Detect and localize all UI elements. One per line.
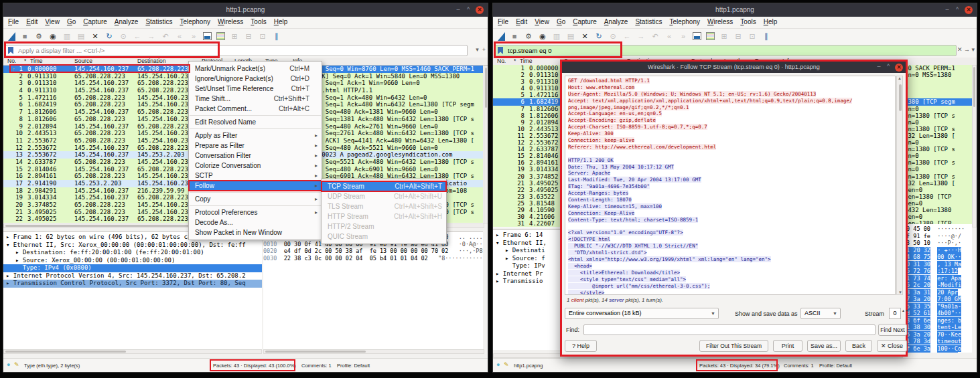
- save-file-icon[interactable]: ▤: [76, 31, 86, 41]
- resize-columns-icon[interactable]: ∥: [272, 31, 281, 41]
- menu-view[interactable]: View: [45, 18, 60, 28]
- stream-spinner-arrows[interactable]: ▲▼: [902, 308, 908, 319]
- close-capture-icon[interactable]: ✕: [580, 31, 589, 41]
- menu-analyze[interactable]: Analyze: [115, 18, 139, 28]
- horizontal-scrollbar[interactable]: [3, 349, 262, 354]
- reload-icon[interactable]: ↻: [104, 31, 114, 41]
- save-file-icon[interactable]: ▤: [566, 31, 575, 41]
- go-forward-icon[interactable]: →: [636, 31, 646, 41]
- context-menu-item-protocol-preferences[interactable]: Protocol Preferences▸: [189, 207, 322, 217]
- expert-info-icon[interactable]: ●: [7, 361, 10, 368]
- colorize-packets-icon[interactable]: [216, 32, 225, 40]
- context-menu-item-follow[interactable]: Follow▸: [189, 181, 322, 191]
- expert-info-icon[interactable]: ●: [496, 361, 500, 368]
- reload-icon[interactable]: ↻: [594, 31, 604, 41]
- menu-statistics[interactable]: Statistics: [635, 18, 662, 28]
- titlebar[interactable]: http1.pcapng–^✕: [3, 3, 488, 17]
- dialog-close-button[interactable]: ✕: [895, 64, 903, 72]
- menu-edit[interactable]: Edit: [516, 18, 527, 28]
- context-menu-item-show-packet-in-new-window[interactable]: Show Packet in New Window: [189, 227, 322, 238]
- horizontal-scrollbar[interactable]: [263, 349, 484, 354]
- stream-number-spinner[interactable]: 0: [889, 308, 901, 319]
- context-menu-item-time-shift-[interactable]: Time Shift...Ctrl+Shift+T: [189, 94, 322, 104]
- zoom-out-icon[interactable]: ⊟: [733, 31, 743, 41]
- vertical-scrollbar[interactable]: [972, 65, 977, 227]
- close-dialog-button[interactable]: ✕ Close: [877, 340, 907, 352]
- menu-edit[interactable]: Edit: [26, 18, 38, 28]
- submenu-item-http-2-stream[interactable]: HTTP/2 Stream: [322, 221, 446, 231]
- format-combo[interactable]: ASCII▼: [800, 308, 841, 319]
- menu-go[interactable]: Go: [557, 18, 565, 28]
- capture-comment-icon[interactable]: ✎: [14, 361, 19, 368]
- stream-content-area[interactable]: GET /download.html HTTP/1.1Host: www.eth…: [565, 76, 896, 295]
- go-back-icon[interactable]: ←: [133, 31, 142, 41]
- hex-row[interactable]: f3 50 10 ···P·,·: [903, 240, 972, 247]
- go-back-icon[interactable]: ←: [622, 31, 632, 41]
- menu-help[interactable]: Help: [274, 18, 288, 28]
- find-input[interactable]: [583, 324, 876, 335]
- menu-analyze[interactable]: Analyze: [604, 18, 628, 28]
- autoscroll-icon[interactable]: [203, 32, 212, 40]
- menu-view[interactable]: View: [535, 18, 549, 28]
- conversation-combo[interactable]: Entire conversation (18 kB)▼: [565, 308, 719, 319]
- hex-row[interactable]: 65 33 35 "9a01a-: [903, 303, 972, 310]
- dialog-maximize-button[interactable]: ^: [884, 63, 892, 71]
- column-header-time[interactable]: Time: [520, 58, 533, 64]
- filter-out-stream-button[interactable]: Filter Out This Stream: [699, 340, 768, 352]
- column-header-no[interactable]: No.: [7, 58, 16, 64]
- open-file-icon[interactable]: ▥: [62, 31, 72, 41]
- hex-row[interactable]: 31 20 32 · +···H: [903, 247, 972, 254]
- hex-row[interactable]: 31 38 30 tent-Le: [903, 324, 972, 331]
- vertical-scrollbar[interactable]: [484, 66, 488, 223]
- capture-start-icon[interactable]: [498, 32, 505, 41]
- colorize-packets-icon[interactable]: [706, 32, 715, 40]
- maximize-button[interactable]: ^: [953, 6, 961, 14]
- context-menu-item-sctp[interactable]: SCTP▸: [189, 171, 322, 181]
- menu-wireless[interactable]: Wireless: [218, 18, 243, 28]
- context-menu-item-copy[interactable]: Copy▸: [189, 194, 322, 204]
- hex-row[interactable]: 20 31 30 , 13 Ma: [903, 261, 972, 268]
- hex-row[interactable]: 65 3a 20 70··Kee: [903, 331, 972, 339]
- help-button[interactable]: ? Help: [565, 340, 597, 352]
- zoom-in-icon[interactable]: ⊞: [230, 31, 239, 41]
- submenu-item-tls-stream[interactable]: TLS StreamCtrl+Alt+Shift+S: [322, 201, 446, 211]
- context-menu-item-decode-as-[interactable]: Decode As...: [189, 217, 322, 227]
- dialog-scrollbar[interactable]: ▲▼: [896, 76, 903, 295]
- hex-row[interactable]: 61 78 3d timeout: [903, 338, 972, 345]
- context-menu-item-ignore-unignore-packet-s-[interactable]: Ignore/Unignore Packet(s)Ctrl+D: [189, 74, 322, 84]
- autoscroll-icon[interactable]: [693, 32, 701, 40]
- submenu-item-udp-stream[interactable]: UDP StreamCtrl+Alt+Shift+U: [322, 191, 446, 201]
- menu-telephony[interactable]: Telephony: [669, 18, 700, 28]
- menu-statistics[interactable]: Statistics: [145, 18, 172, 28]
- context-menu-item-prepare-as-filter[interactable]: Prepare as Filter▸: [189, 140, 322, 151]
- context-menu-item-set-unset-time-reference[interactable]: Set/Unset Time ReferenceCtrl+T: [189, 84, 322, 94]
- scrollbar-thumb[interactable]: [265, 351, 366, 353]
- capture-options-icon[interactable]: ⚙: [524, 31, 533, 41]
- find-next-button[interactable]: Find Next: [878, 324, 907, 336]
- menu-help[interactable]: Help: [764, 18, 778, 28]
- detail-line[interactable]: Type: IPv4 (0x0800): [3, 264, 262, 272]
- hex-row[interactable]: 43 6f 6e Keep-A: [903, 352, 972, 353]
- hex-row[interactable]: 6f 6e 3a 100··Co: [903, 345, 972, 353]
- find-packet-icon[interactable]: ⊙: [608, 31, 618, 41]
- detail-line[interactable]: ▾ Ethernet II, Src: Xerox_00:00:00 (00:0…: [3, 242, 262, 250]
- menu-capture[interactable]: Capture: [573, 18, 597, 28]
- submenu-item-http-stream[interactable]: HTTP StreamCtrl+Alt+Shift+H: [322, 211, 446, 221]
- zoom-reset-icon[interactable]: ⊡: [258, 31, 267, 41]
- menu-tools[interactable]: Tools: [740, 18, 756, 28]
- column-header-[interactable]: *: [514, 58, 516, 64]
- column-header-no[interactable]: No.: [497, 58, 506, 64]
- context-menu-item-mark-unmark-packet-s-[interactable]: Mark/Unmark Packet(s)Ctrl+M: [189, 64, 322, 74]
- scrollbar-thumb[interactable]: [5, 351, 126, 353]
- column-header-source[interactable]: Source: [74, 58, 92, 64]
- hex-row[interactable]: 65 72 76 :17:12: [903, 268, 972, 275]
- submenu-item-quic-stream[interactable]: QUIC Stream: [322, 231, 446, 242]
- scrollbar-thumb[interactable]: [973, 67, 975, 107]
- go-last-icon[interactable]: »: [679, 31, 688, 41]
- hex-row[interactable]: 00 45 00 ········: [903, 225, 972, 233]
- context-menu-item-edit-resolved-name[interactable]: Edit Resolved Name: [189, 117, 322, 127]
- hex-row[interactable]: 65 2c 20 -Modifi: [903, 282, 972, 289]
- capture-stop-icon[interactable]: ■: [20, 31, 29, 41]
- hex-row[interactable]: 33 3a 31 20 Apr: [903, 289, 972, 296]
- filter-bar-buttons[interactable]: ▾ +: [476, 46, 486, 53]
